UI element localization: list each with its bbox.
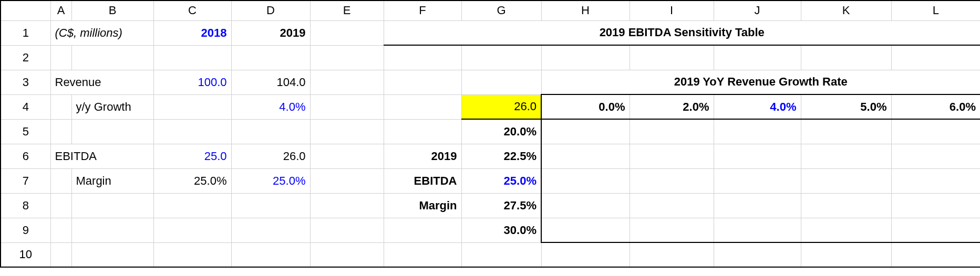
cell-F6[interactable]: 2019 xyxy=(384,144,461,168)
col-header-C[interactable]: C xyxy=(153,1,231,20)
cell-L2[interactable] xyxy=(891,45,980,70)
cell-I5[interactable] xyxy=(630,119,714,144)
row-header-1[interactable]: 1 xyxy=(1,20,50,45)
col-header-D[interactable]: D xyxy=(231,1,310,20)
cell-A7[interactable] xyxy=(50,168,71,193)
cell-C6[interactable]: 25.0 xyxy=(153,144,231,168)
cell-G9[interactable]: 30.0% xyxy=(461,218,541,242)
cell-D5[interactable] xyxy=(231,119,310,144)
cell-F2[interactable] xyxy=(384,45,461,70)
spreadsheet-grid[interactable]: A B C D E F G H I J K L 1 (C$, millions)… xyxy=(0,0,980,268)
cell-B2[interactable] xyxy=(71,45,153,70)
cell-D3[interactable]: 104.0 xyxy=(231,70,310,94)
row-header-10[interactable]: 10 xyxy=(1,242,50,267)
cell-E10[interactable] xyxy=(310,242,384,267)
cell-C2[interactable] xyxy=(153,45,231,70)
col-header-I[interactable]: I xyxy=(630,1,714,20)
cell-A8[interactable] xyxy=(50,193,71,218)
cell-K10[interactable] xyxy=(801,242,891,267)
cell-C3[interactable]: 100.0 xyxy=(153,70,231,94)
cell-F8[interactable]: Margin xyxy=(384,193,461,218)
cell-H7[interactable] xyxy=(541,168,630,193)
col-header-H[interactable]: H xyxy=(541,1,630,20)
cell-E7[interactable] xyxy=(310,168,384,193)
cell-K7[interactable] xyxy=(801,168,891,193)
cell-A9[interactable] xyxy=(50,218,71,242)
col-header-J[interactable]: J xyxy=(714,1,801,20)
cell-G8[interactable]: 27.5% xyxy=(461,193,541,218)
cell-L8[interactable] xyxy=(891,193,980,218)
cell-I10[interactable] xyxy=(630,242,714,267)
cell-B9[interactable] xyxy=(71,218,153,242)
cell-K5[interactable] xyxy=(801,119,891,144)
cell-E9[interactable] xyxy=(310,218,384,242)
cell-I8[interactable] xyxy=(630,193,714,218)
col-header-K[interactable]: K xyxy=(801,1,891,20)
cell-A10[interactable] xyxy=(50,242,71,267)
cell-E1[interactable] xyxy=(310,20,384,45)
cell-H9[interactable] xyxy=(541,218,630,242)
cell-B5[interactable] xyxy=(71,119,153,144)
cell-K8[interactable] xyxy=(801,193,891,218)
cell-J10[interactable] xyxy=(714,242,801,267)
cell-E2[interactable] xyxy=(310,45,384,70)
cell-E5[interactable] xyxy=(310,119,384,144)
cell-H2[interactable] xyxy=(541,45,630,70)
cell-K9[interactable] xyxy=(801,218,891,242)
cell-D9[interactable] xyxy=(231,218,310,242)
cell-K4[interactable]: 5.0% xyxy=(801,94,891,119)
cell-E8[interactable] xyxy=(310,193,384,218)
col-header-A[interactable]: A xyxy=(50,1,71,20)
cell-G10[interactable] xyxy=(461,242,541,267)
cell-I9[interactable] xyxy=(630,218,714,242)
cell-C5[interactable] xyxy=(153,119,231,144)
row-header-9[interactable]: 9 xyxy=(1,218,50,242)
cell-L4[interactable]: 6.0% xyxy=(891,94,980,119)
cell-G2[interactable] xyxy=(461,45,541,70)
cell-J8[interactable] xyxy=(714,193,801,218)
cell-E6[interactable] xyxy=(310,144,384,168)
cell-G6[interactable]: 22.5% xyxy=(461,144,541,168)
cell-revenue-label[interactable]: Revenue xyxy=(50,70,153,94)
col-header-B[interactable]: B xyxy=(71,1,153,20)
cell-F7[interactable]: EBITDA xyxy=(384,168,461,193)
cell-G7[interactable]: 25.0% xyxy=(461,168,541,193)
cell-H5[interactable] xyxy=(541,119,630,144)
col-header-G[interactable]: G xyxy=(461,1,541,20)
cell-H4[interactable]: 0.0% xyxy=(541,94,630,119)
cell-L5[interactable] xyxy=(891,119,980,144)
cell-B10[interactable] xyxy=(71,242,153,267)
sensitivity-title[interactable]: 2019 EBITDA Sensitivity Table xyxy=(384,20,980,45)
cell-K6[interactable] xyxy=(801,144,891,168)
row-header-5[interactable]: 5 xyxy=(1,119,50,144)
cell-H6[interactable] xyxy=(541,144,630,168)
cell-B8[interactable] xyxy=(71,193,153,218)
cell-G3[interactable] xyxy=(461,70,541,94)
cell-C10[interactable] xyxy=(153,242,231,267)
corner-cell[interactable] xyxy=(1,1,50,20)
cell-C4[interactable] xyxy=(153,94,231,119)
cell-J9[interactable] xyxy=(714,218,801,242)
cell-C7[interactable]: 25.0% xyxy=(153,168,231,193)
cell-F4[interactable] xyxy=(384,94,461,119)
growth-rate-title[interactable]: 2019 YoY Revenue Growth Rate xyxy=(541,70,980,94)
cell-D10[interactable] xyxy=(231,242,310,267)
cell-H8[interactable] xyxy=(541,193,630,218)
col-header-L[interactable]: L xyxy=(891,1,980,20)
cell-E3[interactable] xyxy=(310,70,384,94)
cell-C8[interactable] xyxy=(153,193,231,218)
cell-D2[interactable] xyxy=(231,45,310,70)
cell-K2[interactable] xyxy=(801,45,891,70)
cell-D7[interactable]: 25.0% xyxy=(231,168,310,193)
row-header-7[interactable]: 7 xyxy=(1,168,50,193)
cell-C1[interactable]: 2018 xyxy=(153,20,231,45)
cell-I6[interactable] xyxy=(630,144,714,168)
cell-J7[interactable] xyxy=(714,168,801,193)
cell-J6[interactable] xyxy=(714,144,801,168)
row-header-4[interactable]: 4 xyxy=(1,94,50,119)
cell-G4-base[interactable]: 26.0 xyxy=(461,94,541,119)
row-header-6[interactable]: 6 xyxy=(1,144,50,168)
cell-I7[interactable] xyxy=(630,168,714,193)
row-header-8[interactable]: 8 xyxy=(1,193,50,218)
col-header-E[interactable]: E xyxy=(310,1,384,20)
